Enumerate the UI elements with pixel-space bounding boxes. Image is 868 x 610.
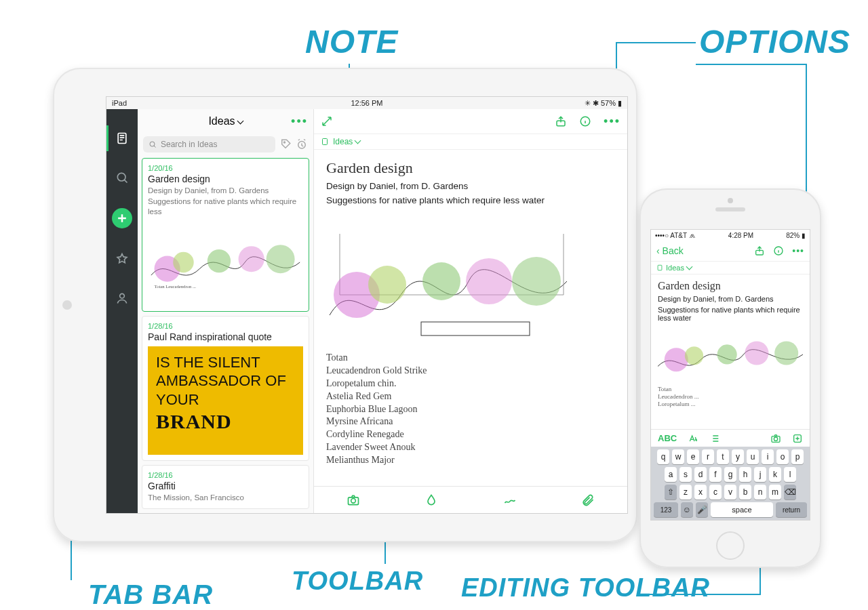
search-icon [149,140,157,148]
share-icon[interactable] [754,245,765,256]
keyboard-key[interactable]: p [791,449,804,464]
note-date: 1/28/16 [148,471,303,479]
garden-sketch [326,214,570,342]
svg-point-29 [665,348,688,371]
keyboard-key[interactable]: o [776,449,789,464]
keyboard-key[interactable]: i [762,449,774,464]
more-options-button[interactable]: ••• [792,245,804,256]
keyboard-space-key[interactable]: space [711,502,773,517]
note-body[interactable]: Garden design Design by Daniel, from D. … [314,150,627,486]
svg-point-19 [422,262,460,300]
note-title: Paul Rand inspirational quote [148,331,303,342]
tab-account[interactable] [113,289,131,307]
keyboard-key[interactable]: h [739,467,751,482]
note-breadcrumb[interactable]: Ideas [314,134,627,150]
keyboard-return-key[interactable]: return [776,502,807,517]
svg-point-32 [745,341,768,365]
keyboard-key[interactable]: l [784,467,796,482]
keyboard-key[interactable]: z [679,485,692,500]
notebook-icon [321,138,329,146]
star-icon [115,252,129,266]
keyboard-key[interactable]: e [687,449,699,464]
keyboard-key[interactable]: w [672,449,684,464]
camera-icon[interactable] [347,493,360,507]
keyboard-key[interactable]: y [732,449,744,464]
note-line: Suggestions for native plants which requ… [658,306,803,322]
list-header[interactable]: Ideas ••• [138,109,313,134]
onscreen-keyboard[interactable]: qwertyuiop asdfghjkl ⇧zxcvbnm⌫ 123 ☺ 🎤 s… [651,447,810,520]
keyboard-key[interactable]: t [717,449,729,464]
keyboard-key[interactable]: v [724,485,736,500]
keyboard-row: qwertyuiop [651,447,810,464]
text-format-icon[interactable] [688,433,698,444]
keyboard-key[interactable]: n [754,485,766,500]
add-icon[interactable] [792,433,803,444]
info-icon[interactable] [579,115,591,127]
keyboard-key[interactable]: x [694,485,707,500]
list-icon[interactable] [709,433,720,444]
keyboard-backspace-key[interactable]: ⌫ [784,485,796,500]
keyboard-key[interactable]: u [747,449,759,464]
reminder-icon[interactable] [296,138,308,150]
note-breadcrumb[interactable]: Ideas [651,261,810,274]
svg-point-30 [685,346,703,365]
search-placeholder: Search in Ideas [161,140,217,149]
user-icon [115,291,129,305]
share-icon[interactable] [555,115,567,127]
expand-icon[interactable] [321,115,333,127]
camera-icon[interactable] [770,433,781,444]
keyboard-label[interactable]: ABC [658,433,677,443]
search-input[interactable]: Search in Ideas [143,136,275,152]
list-more-button[interactable]: ••• [291,115,308,129]
mic-icon[interactable]: 🎤 [696,502,708,517]
tab-add[interactable] [112,208,132,228]
svg-point-20 [466,258,512,304]
iphone-home-button[interactable] [716,531,745,560]
annotation-options: OPTIONS [699,23,850,60]
keyboard-key[interactable]: r [702,449,714,464]
attachment-icon[interactable] [581,493,595,507]
svg-text:Totan  Leucadendron ...: Totan Leucadendron ... [155,284,197,289]
keyboard-key[interactable]: q [657,449,669,464]
keyboard-key[interactable]: b [739,485,751,500]
keyboard-key[interactable]: c [709,485,722,500]
ipad-home-button[interactable] [62,300,72,310]
ink-icon[interactable] [425,493,438,507]
tab-search[interactable] [113,169,131,186]
annotation-tab-bar: TAB BAR [88,580,213,610]
note-pane: ••• Ideas Garden design Design by Daniel… [314,109,627,513]
note-body[interactable]: Garden design Design by Daniel, from D. … [651,274,810,429]
svg-point-11 [267,245,295,273]
svg-rect-27 [658,265,662,270]
keyboard-key[interactable]: a [665,467,677,482]
keyboard-key[interactable]: m [769,485,781,500]
svg-point-18 [368,266,406,304]
note-line: Design by Daniel, from D. Gardens [658,295,803,303]
more-options-button[interactable]: ••• [604,115,620,129]
list-item[interactable]: 1/20/16 Garden design Design by Daniel, … [142,158,309,312]
keyboard-key[interactable]: s [679,467,692,482]
tab-starred[interactable] [113,250,131,268]
back-button[interactable]: ‹ Back [656,245,684,256]
keyboard-key[interactable]: j [754,467,766,482]
doodle-icon[interactable] [503,493,517,507]
note-list[interactable]: 1/20/16 Garden design Design by Daniel, … [138,155,313,513]
tab-notes[interactable] [113,129,131,147]
handwriting-list: Totan Leucadendron Gold Strike Loropetal… [326,352,615,467]
tag-icon[interactable] [279,138,292,150]
status-device: iPad [112,99,127,107]
keyboard-shift-key[interactable]: ⇧ [665,485,677,500]
keyboard-key[interactable]: d [694,467,707,482]
emoji-icon[interactable]: ☺ [681,502,693,517]
keyboard-key[interactable]: k [769,467,781,482]
note-date: 1/20/16 [148,164,303,172]
keyboard-key[interactable]: f [709,467,722,482]
info-icon[interactable] [773,245,784,256]
keyboard-row: asdfghjkl [651,464,810,482]
list-item[interactable]: 1/28/16 Graffiti The Mission, San Franci… [142,465,309,510]
svg-point-10 [239,246,264,272]
keyboard-key[interactable]: g [724,467,736,482]
list-item[interactable]: 1/28/16 Paul Rand inspirational quote IS… [142,316,309,461]
keyboard-numbers-key[interactable]: 123 [654,502,678,517]
sketch-thumbnail: Totan Leucadendron ... [148,222,303,303]
